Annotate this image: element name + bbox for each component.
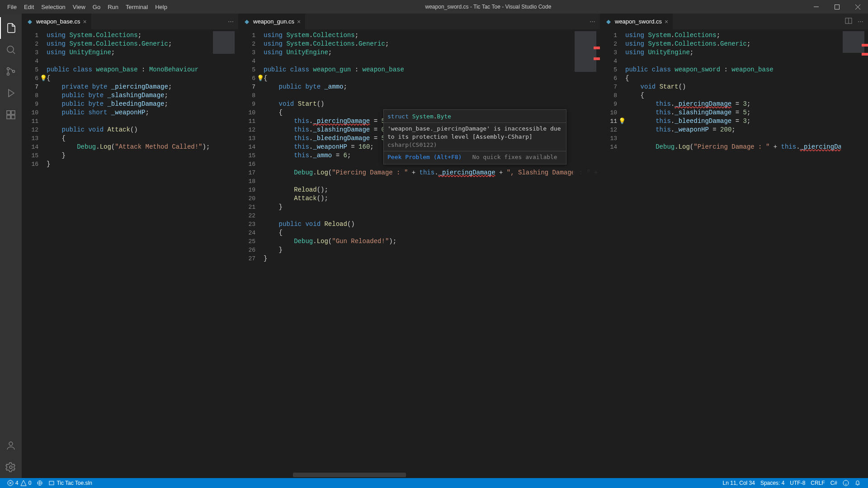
status-language[interactable]: C# (828, 480, 840, 486)
tab-weapon-sword[interactable]: ◆ weapon_sword.cs × (600, 14, 673, 29)
status-live-share[interactable] (34, 480, 46, 486)
gutter-0: 12345678910111213141516 (22, 29, 47, 169)
svg-point-2 (7, 68, 9, 70)
status-eol[interactable]: CRLF (808, 480, 827, 486)
svg-point-1 (7, 46, 14, 52)
menu-view[interactable]: View (69, 0, 89, 14)
tabs-1: ◆ weapon_gun.cs × ⋯ (239, 14, 600, 29)
menu-selection[interactable]: Selection (38, 0, 69, 14)
peek-problem-link[interactable]: Peek Problem (Alt+F8) (387, 154, 462, 160)
editor-group-1: ◆ weapon_gun.cs × ⋯ 12345678910111213141… (239, 14, 600, 478)
gutter-2: 1234567891011121314 (600, 29, 625, 151)
hover-header: struct System.Byte (387, 113, 562, 121)
window-title: weapon_sword.cs - Tic Tac Toe - Visual S… (171, 4, 806, 10)
maximize-button[interactable] (826, 0, 847, 14)
tabs-0: ◆ weapon_base.cs × ⋯ (22, 14, 238, 29)
editor-group-0: ◆ weapon_base.cs × ⋯ 1234567891011121314… (22, 14, 239, 478)
csharp-file-icon: ◆ (605, 18, 612, 25)
code-area-1[interactable]: 1234567891011121314151617181920212223242… (239, 29, 600, 478)
status-feedback-icon[interactable] (840, 480, 852, 486)
activity-extensions-icon[interactable] (0, 104, 22, 126)
menu-go[interactable]: Go (89, 0, 104, 14)
close-icon[interactable]: × (665, 18, 668, 25)
hover-actions: Peek Problem (Alt+F8) No quick fixes ava… (387, 153, 562, 161)
activity-search-icon[interactable] (0, 39, 22, 61)
menu-terminal[interactable]: Terminal (122, 0, 151, 14)
horizontal-scrollbar[interactable] (293, 473, 406, 477)
editor-group-2: ◆ weapon_sword.cs × ⋯ 123456789101112131… (600, 14, 868, 478)
status-bar: 4 0 Tic Tac Toe.sln Ln 11, Col 34 Spaces… (0, 478, 868, 488)
svg-rect-14 (49, 481, 54, 485)
status-encoding[interactable]: UTF-8 (787, 480, 808, 486)
code-0[interactable]: using System.Collections;using System.Co… (47, 29, 238, 169)
svg-rect-6 (11, 111, 15, 114)
status-problems[interactable]: 4 0 (5, 480, 34, 486)
svg-rect-0 (835, 5, 839, 9)
menu-bar: File Edit Selection View Go Run Terminal… (0, 0, 171, 14)
activity-debug-icon[interactable] (0, 82, 22, 104)
svg-point-3 (7, 73, 9, 75)
no-fix-label: No quick fixes available (472, 154, 557, 160)
activity-scm-icon[interactable] (0, 61, 22, 82)
gutter-1: 1234567891011121314151617181920212223242… (239, 29, 264, 263)
svg-point-15 (843, 480, 849, 486)
main-area: ◆ weapon_base.cs × ⋯ 1234567891011121314… (0, 14, 868, 478)
status-solution[interactable]: Tic Tac Toe.sln (46, 480, 94, 486)
menu-help[interactable]: Help (151, 0, 171, 14)
lightbulb-icon[interactable]: 💡 (40, 74, 47, 83)
editor-actions-ellipsis-icon[interactable]: ⋯ (590, 18, 595, 25)
lightbulb-icon[interactable]: 💡 (618, 117, 626, 126)
activity-bar (0, 14, 22, 478)
editor-actions-ellipsis-icon[interactable]: ⋯ (228, 18, 234, 25)
tab-weapon-base[interactable]: ◆ weapon_base.cs × (22, 14, 92, 29)
tab-label: weapon_base.cs (36, 18, 80, 25)
activity-explorer-icon[interactable] (0, 17, 22, 39)
overview-ruler-2[interactable] (862, 29, 868, 478)
lightbulb-icon[interactable]: 💡 (257, 74, 264, 83)
status-bell-icon[interactable] (852, 480, 863, 486)
minimap-0[interactable] (211, 29, 238, 478)
svg-rect-8 (11, 115, 15, 119)
csharp-file-icon: ◆ (243, 18, 250, 25)
tab-label: weapon_gun.cs (253, 18, 294, 25)
code-area-2[interactable]: 1234567891011121314 💡 using System.Colle… (600, 29, 868, 478)
svg-point-9 (9, 442, 13, 446)
svg-rect-7 (7, 115, 10, 119)
split-editor-icon[interactable] (845, 17, 852, 26)
csharp-file-icon: ◆ (26, 18, 33, 25)
hover-message: 'weapon_base._piercingDamage' is inacces… (387, 125, 562, 149)
titlebar: File Edit Selection View Go Run Terminal… (0, 0, 868, 14)
menu-edit[interactable]: Edit (20, 0, 38, 14)
menu-file[interactable]: File (4, 0, 20, 14)
close-button[interactable] (847, 0, 868, 14)
activity-account-icon[interactable] (0, 435, 22, 456)
code-2[interactable]: using System.Collections;using System.Co… (625, 29, 868, 151)
tab-weapon-gun[interactable]: ◆ weapon_gun.cs × (239, 14, 306, 29)
svg-rect-5 (7, 111, 10, 114)
activity-settings-icon[interactable] (0, 456, 22, 478)
hover-popup: struct System.Byte 'weapon_base._piercin… (383, 109, 566, 164)
close-icon[interactable]: × (297, 18, 301, 25)
editor-actions-ellipsis-icon[interactable]: ⋯ (858, 18, 863, 25)
code-area-0[interactable]: 12345678910111213141516 💡 using System.C… (22, 29, 238, 478)
editor-groups: ◆ weapon_base.cs × ⋯ 1234567891011121314… (22, 14, 868, 478)
window-controls (806, 0, 868, 14)
menu-run[interactable]: Run (104, 0, 122, 14)
overview-ruler-1[interactable] (594, 29, 600, 478)
status-indent[interactable]: Spaces: 4 (758, 480, 787, 486)
tab-label: weapon_sword.cs (615, 18, 662, 25)
minimize-button[interactable] (806, 0, 826, 14)
close-icon[interactable]: × (83, 18, 87, 25)
svg-point-10 (9, 466, 12, 469)
tabs-2: ◆ weapon_sword.cs × ⋯ (600, 14, 868, 29)
status-cursor[interactable]: Ln 11, Col 34 (720, 480, 758, 486)
